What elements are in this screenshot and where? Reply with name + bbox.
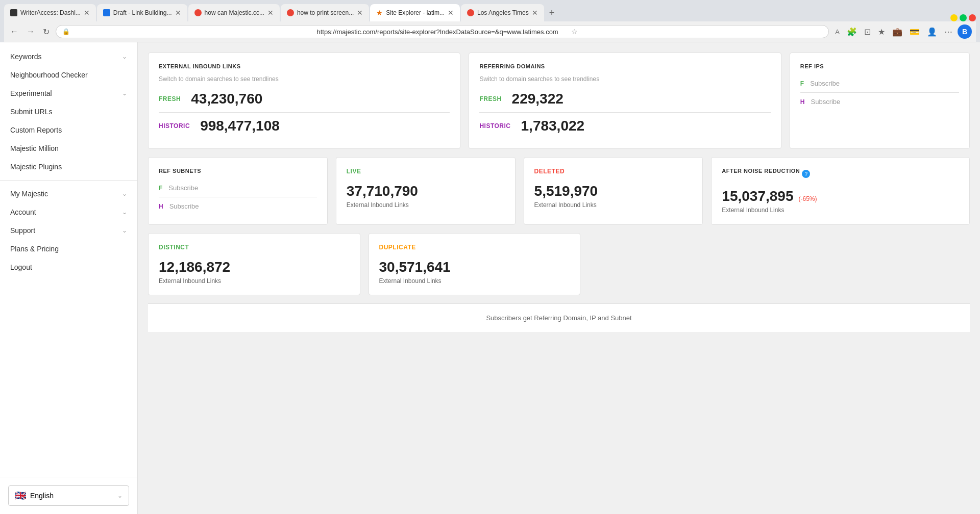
after-noise-title: AFTER NOISE REDUCTION xyxy=(722,168,800,174)
settings-menu-button[interactable]: ⋯ xyxy=(942,25,954,39)
ref-subnets-subscribe-fresh-button[interactable]: Subscribe xyxy=(168,184,198,192)
external-inbound-links-card: EXTERNAL INBOUND LINKS Switch to domain … xyxy=(148,53,460,149)
tab-title-4: how to print screen... xyxy=(297,9,354,16)
sidebar-item-keywords[interactable]: Keywords ⌄ xyxy=(0,47,137,66)
favorites-button[interactable]: ★ xyxy=(876,25,887,39)
url-text: https://majestic.com/reports/site-explor… xyxy=(316,28,568,36)
sidebar-item-majestic-million[interactable]: Majestic Million xyxy=(0,139,137,158)
ref-subnets-subscribe-historic-button[interactable]: Subscribe xyxy=(169,202,199,210)
sidebar-item-custom-reports-label: Custom Reports xyxy=(10,126,62,134)
sidebar-item-logout[interactable]: Logout xyxy=(0,258,137,276)
sidebar-item-experimental[interactable]: Experimental ⌄ xyxy=(0,84,137,102)
referring-fresh-label: FRESH xyxy=(479,95,501,102)
app-layout: Keywords ⌄ Neighbourhood Checker Experim… xyxy=(0,42,980,514)
language-chevron-icon: ⌄ xyxy=(117,492,122,499)
sidebar-item-my-majestic[interactable]: My Majestic ⌄ xyxy=(0,185,137,203)
chevron-icon-keywords: ⌄ xyxy=(122,53,127,60)
row-1: EXTERNAL INBOUND LINKS Switch to domain … xyxy=(148,53,970,149)
after-noise-sub: External Inbound Links xyxy=(722,207,959,214)
sidebar-item-submit-urls[interactable]: Submit URLs xyxy=(0,102,137,121)
ref-subnets-historic-row: H Subscribe xyxy=(159,202,317,210)
bing-icon[interactable]: B xyxy=(958,24,972,39)
profile-button[interactable]: 👤 xyxy=(925,25,939,39)
external-historic-value: 998,477,108 xyxy=(200,118,280,134)
sidebar-item-custom-reports[interactable]: Custom Reports xyxy=(0,121,137,139)
tab-close-6[interactable]: ✕ xyxy=(532,9,538,17)
tab-close-5[interactable]: ✕ xyxy=(448,9,454,17)
extensions-button[interactable]: 🧩 xyxy=(845,25,859,39)
referring-historic-row: HISTORIC 1,783,022 xyxy=(479,118,770,134)
ref-ips-subscribe-fresh-button[interactable]: Subscribe xyxy=(810,80,840,87)
split-view-button[interactable]: ⊡ xyxy=(862,25,873,39)
referring-fresh-row: FRESH 229,322 xyxy=(479,91,770,107)
row-2: REF SUBNETS F Subscribe H Subscribe LIVE xyxy=(148,157,970,225)
browser-tabs: WriterAccess: Dashl... ✕ Draft - Link Bu… xyxy=(4,4,976,21)
tab-title-6: Los Angeles Times xyxy=(477,9,529,16)
noise-badge: (-65%) xyxy=(798,195,817,202)
tab-close-4[interactable]: ✕ xyxy=(357,9,363,17)
sidebar-item-majestic-plugins[interactable]: Majestic Plugins xyxy=(0,158,137,176)
browser-chrome: WriterAccess: Dashl... ✕ Draft - Link Bu… xyxy=(0,0,980,42)
reload-button[interactable]: ↻ xyxy=(41,25,52,39)
tab-close-3[interactable]: ✕ xyxy=(267,9,274,17)
browser-wallet-button[interactable]: 💳 xyxy=(908,25,922,39)
tab-latimes[interactable]: Los Angeles Times ✕ xyxy=(461,4,544,21)
external-inbound-links-title: EXTERNAL INBOUND LINKS xyxy=(159,63,450,69)
ref-ips-fresh-row: F Subscribe xyxy=(800,80,959,87)
tab-draft[interactable]: Draft - Link Building... ✕ xyxy=(97,4,187,21)
translate-button[interactable]: A xyxy=(833,26,842,38)
tab-close-2[interactable]: ✕ xyxy=(175,9,181,17)
address-star-icon: ☆ xyxy=(571,28,822,36)
sidebar-item-plans-pricing[interactable]: Plans & Pricing xyxy=(0,240,137,258)
external-divider xyxy=(159,112,450,113)
ref-subnets-title: REF SUBNETS xyxy=(159,168,317,174)
referring-domains-card: REFERRING DOMAINS Switch to domain searc… xyxy=(469,53,781,149)
close-button[interactable] xyxy=(969,14,976,21)
ref-subnets-divider xyxy=(159,197,317,197)
help-icon[interactable]: ? xyxy=(802,170,810,178)
address-bar[interactable]: 🔒 https://majestic.com/reports/site-expl… xyxy=(56,25,829,38)
ref-ips-subscribe-historic-button[interactable]: Subscribe xyxy=(811,98,841,106)
tab-site-explorer[interactable]: ★ Site Explorer - latim... ✕ xyxy=(370,4,460,21)
language-label: English xyxy=(30,492,54,500)
sidebar-item-submit-urls-label: Submit URLs xyxy=(10,108,52,116)
maximize-button[interactable] xyxy=(960,14,967,21)
footer-text: Subscribers get Referring Domain, IP and… xyxy=(486,314,631,322)
deleted-value: 5,519,970 xyxy=(534,183,693,199)
live-card: LIVE 37,710,790 External Inbound Links xyxy=(336,157,516,225)
tab-title-1: WriterAccess: Dashl... xyxy=(20,9,81,16)
ref-ips-divider xyxy=(800,92,959,93)
collections-button[interactable]: 💼 xyxy=(890,25,904,39)
live-label: LIVE xyxy=(347,168,505,175)
sidebar-item-majestic-million-label: Majestic Million xyxy=(10,144,59,152)
external-fresh-row: FRESH 43,230,760 xyxy=(159,91,450,107)
distinct-sub: External Inbound Links xyxy=(159,277,350,285)
new-tab-button[interactable]: + xyxy=(545,6,559,20)
forward-button[interactable]: → xyxy=(24,25,37,38)
sidebar-item-support[interactable]: Support ⌄ xyxy=(0,221,137,240)
sidebar-nav: Keywords ⌄ Neighbourhood Checker Experim… xyxy=(0,42,137,477)
tab-close-1[interactable]: ✕ xyxy=(84,9,90,17)
sidebar-item-neighbourhood-checker[interactable]: Neighbourhood Checker xyxy=(0,66,137,84)
ref-subnets-f-label: F xyxy=(159,185,162,192)
sidebar-item-account[interactable]: Account ⌄ xyxy=(0,203,137,221)
window-controls xyxy=(950,14,976,21)
distinct-value: 12,186,872 xyxy=(159,259,350,275)
minimize-button[interactable] xyxy=(950,14,958,21)
tab-google1[interactable]: how can Majestic.cc... ✕ xyxy=(188,4,280,21)
external-fresh-value: 43,230,760 xyxy=(191,91,262,107)
back-button[interactable]: ← xyxy=(8,25,20,38)
sidebar: Keywords ⌄ Neighbourhood Checker Experim… xyxy=(0,42,138,514)
tab-google2[interactable]: how to print screen... ✕ xyxy=(281,4,369,21)
tab-icon-2 xyxy=(103,9,110,16)
footer-message: Subscribers get Referring Domain, IP and… xyxy=(148,303,970,332)
uk-flag-icon: 🇬🇧 xyxy=(15,490,26,501)
chevron-icon-support: ⌄ xyxy=(122,227,127,234)
ref-ips-f-label: F xyxy=(800,80,804,87)
main-content: EXTERNAL INBOUND LINKS Switch to domain … xyxy=(138,42,980,514)
referring-divider xyxy=(479,112,770,113)
external-fresh-label: FRESH xyxy=(159,95,181,102)
sidebar-item-majestic-plugins-label: Majestic Plugins xyxy=(10,163,62,171)
language-selector[interactable]: 🇬🇧 English ⌄ xyxy=(8,485,129,506)
tab-writeraccess[interactable]: WriterAccess: Dashl... ✕ xyxy=(4,4,96,21)
